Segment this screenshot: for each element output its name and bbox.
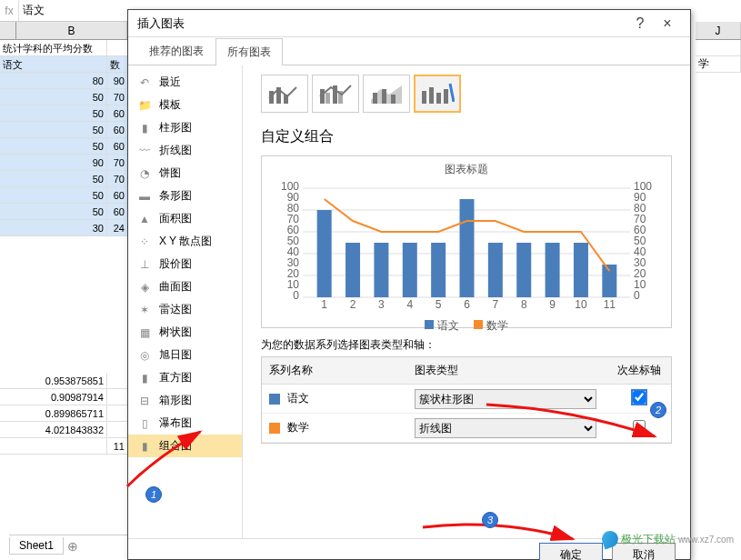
annotation-badge-3: 3 — [482, 512, 498, 528]
table-row[interactable]: 5070 — [0, 89, 127, 105]
category-line[interactable]: 〰折线图 — [128, 139, 242, 162]
svg-text:40: 40 — [287, 245, 300, 258]
svg-rect-47 — [431, 243, 446, 297]
chart-config-panel: 自定义组合 图表标题 0102030405060708090100 010203… — [243, 65, 690, 538]
svg-text:10: 10 — [287, 278, 300, 291]
close-button[interactable]: × — [654, 15, 681, 32]
category-sunburst[interactable]: ◎旭日图 — [128, 344, 242, 366]
grid-left[interactable]: B 统计学科的平均分数语文数80905070506050605060907050… — [0, 22, 127, 531]
col-header-j[interactable]: J — [696, 22, 741, 40]
table-row[interactable]: 9070 — [0, 155, 127, 171]
svg-text:0: 0 — [293, 289, 299, 302]
series-type-select[interactable]: 簇状柱形图 — [415, 389, 596, 409]
svg-text:0: 0 — [634, 289, 640, 302]
table-row[interactable]: 3024 — [0, 220, 127, 236]
preview-legend: 语文 数学 — [267, 318, 666, 334]
tab-recommended[interactable]: 推荐的图表 — [137, 37, 215, 65]
svg-text:90: 90 — [634, 191, 646, 204]
sheet-tabs: Sheet1 ⊕ — [9, 535, 127, 556]
series-head-type: 图表类型 — [407, 357, 607, 384]
category-label: 饼图 — [159, 165, 181, 181]
help-button[interactable]: ? — [626, 15, 654, 32]
cell-j2[interactable]: 学 — [696, 56, 741, 73]
formula-value[interactable]: 语文 — [18, 0, 127, 21]
grid-right[interactable]: J 学 — [696, 22, 741, 531]
category-waterfall[interactable]: ▯瀑布图 — [128, 412, 242, 435]
svg-text:40: 40 — [634, 245, 646, 258]
scatter-icon: ⁘ — [137, 235, 152, 249]
subtype-4-selected[interactable] — [414, 75, 461, 113]
chart-preview: 图表标题 0102030405060708090100 010203040506… — [261, 155, 672, 328]
table-row[interactable]: 5060 — [0, 204, 127, 220]
series-row: 语文簇状柱形图 — [262, 385, 671, 414]
category-pie[interactable]: ◔饼图 — [128, 162, 242, 185]
table-row[interactable]: 5060 — [0, 105, 127, 122]
category-template[interactable]: 📁模板 — [128, 94, 242, 116]
category-boxplot[interactable]: ⊟箱形图 — [128, 389, 242, 412]
category-combo[interactable]: ▮组合图 — [128, 435, 242, 457]
area-icon: ▲ — [137, 212, 152, 226]
table-row[interactable]: 0.953875851 — [0, 373, 127, 389]
svg-rect-53 — [602, 265, 616, 297]
category-label: 雷达图 — [159, 302, 192, 317]
col-header-b[interactable]: B — [16, 22, 127, 39]
recent-icon: ↶ — [137, 75, 152, 90]
table-row[interactable]: 0.899865711 — [0, 405, 127, 422]
ok-button[interactable]: 确定 — [539, 543, 603, 560]
table-row[interactable]: 5070 — [0, 171, 127, 187]
table-row[interactable]: 11 — [0, 438, 127, 455]
category-radar[interactable]: ✶雷达图 — [128, 298, 242, 321]
custom-combo-title: 自定义组合 — [261, 127, 672, 146]
subtype-2[interactable] — [312, 75, 359, 113]
svg-text:7: 7 — [493, 298, 499, 311]
svg-text:80: 80 — [634, 202, 646, 215]
category-treemap[interactable]: ▦树状图 — [128, 321, 242, 344]
category-surface[interactable]: ◈曲面图 — [128, 275, 242, 298]
table-row[interactable]: 0.90987914 — [0, 389, 127, 405]
subtype-row — [261, 75, 672, 113]
select-all-cell[interactable] — [0, 22, 16, 39]
add-sheet-button[interactable]: ⊕ — [67, 539, 78, 554]
category-label: 瀑布图 — [159, 415, 192, 431]
table-row[interactable]: 5060 — [0, 122, 127, 138]
svg-rect-48 — [460, 199, 475, 297]
table-row[interactable]: 5060 — [0, 187, 127, 204]
table-row[interactable]: 统计学科的平均分数 — [0, 40, 127, 56]
table-row[interactable]: 4.021843832 — [0, 422, 127, 438]
series-type-select[interactable]: 折线图 — [415, 418, 596, 438]
series-row: 数学折线图 — [262, 414, 671, 443]
svg-text:60: 60 — [287, 224, 300, 236]
svg-text:3: 3 — [378, 298, 385, 311]
table-row[interactable]: 语文数 — [0, 56, 127, 73]
secondary-axis-checkbox[interactable] — [633, 420, 646, 433]
svg-rect-4 — [325, 93, 330, 104]
category-stock[interactable]: ⊥股价图 — [128, 253, 242, 275]
category-label: 曲面图 — [159, 279, 192, 295]
surface-icon: ◈ — [137, 280, 152, 295]
stock-icon: ⊥ — [137, 257, 152, 272]
category-column[interactable]: ▮柱形图 — [128, 116, 242, 139]
tab-all-charts[interactable]: 所有图表 — [215, 38, 283, 65]
sheet-tab-1[interactable]: Sheet1 — [9, 537, 64, 555]
svg-text:100: 100 — [634, 180, 652, 193]
svg-text:10: 10 — [575, 298, 587, 311]
subtype-1[interactable] — [261, 75, 308, 113]
secondary-axis-checkbox[interactable] — [633, 391, 646, 404]
bar-icon: ▬ — [137, 189, 152, 204]
category-recent[interactable]: ↶最近 — [128, 71, 242, 94]
column-icon: ▮ — [137, 121, 152, 135]
svg-text:20: 20 — [287, 267, 300, 280]
svg-rect-9 — [391, 95, 396, 104]
category-bar[interactable]: ▬条形图 — [128, 185, 242, 207]
category-histogram[interactable]: ▮直方图 — [128, 366, 242, 389]
line-icon: 〰 — [137, 144, 152, 158]
category-scatter[interactable]: ⁘X Y 散点图 — [128, 230, 242, 253]
table-row[interactable]: 5060 — [0, 138, 127, 155]
subtype-3[interactable] — [363, 75, 410, 113]
category-label: 折线图 — [159, 143, 192, 158]
category-area[interactable]: ▲面积图 — [128, 207, 242, 230]
table-row[interactable]: 8090 — [0, 73, 127, 89]
category-label: 面积图 — [159, 211, 192, 226]
series-head-axis: 次坐标轴 — [607, 357, 671, 384]
svg-rect-51 — [546, 243, 560, 297]
